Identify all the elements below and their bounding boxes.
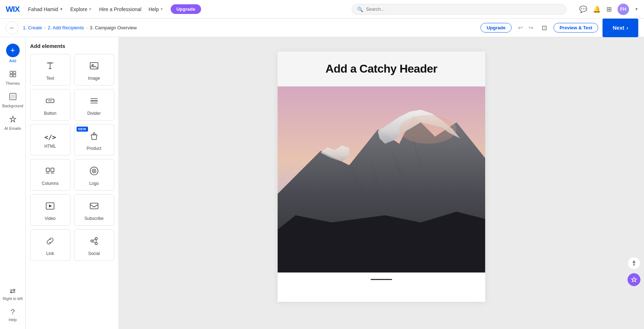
element-card-video[interactable]: Video [30, 194, 70, 226]
user-menu[interactable]: Fahad Hamid ▼ [28, 6, 63, 12]
themes-label: Themes [6, 81, 20, 85]
element-card-product[interactable]: NEW Product [74, 124, 114, 156]
subscribe-element-icon [89, 201, 99, 213]
svg-point-22 [95, 237, 97, 240]
element-card-html[interactable]: </> HTML [30, 124, 70, 156]
accessibility-icon[interactable] [628, 257, 640, 270]
chat-icon[interactable]: 💬 [579, 5, 587, 13]
element-card-button[interactable]: Button [30, 89, 70, 121]
svg-rect-14 [51, 168, 54, 172]
user-chevron-icon: ▼ [60, 7, 63, 11]
email-image-section [278, 87, 485, 272]
upgrade-button-nav[interactable]: Upgrade [171, 4, 201, 14]
sidebar-item-add[interactable]: + Add [0, 40, 25, 67]
help-nav[interactable]: Help ▼ [148, 6, 164, 12]
next-button[interactable]: Next › [602, 19, 638, 37]
subscribe-element-label: Subscribe [84, 216, 103, 221]
svg-marker-38 [278, 212, 485, 272]
element-card-divider[interactable]: Divider [74, 89, 114, 121]
svg-point-18 [93, 170, 95, 172]
product-element-icon [89, 131, 99, 143]
element-card-subscribe[interactable]: Subscribe [74, 194, 114, 226]
breadcrumb-step3[interactable]: 3. Campaign Overview [90, 25, 137, 30]
html-element-label: HTML [44, 144, 56, 149]
wix-logo: WIX [6, 5, 20, 14]
sidebar-item-background[interactable]: Background [0, 89, 25, 112]
search-input[interactable] [366, 6, 561, 12]
sidebar-item-help[interactable]: ? Help [0, 304, 25, 325]
svg-rect-21 [90, 203, 98, 209]
svg-line-26 [93, 242, 95, 243]
toolbar: ← 1. Create › 2. Add Recipients › 3. Cam… [0, 19, 644, 37]
rtl-label: Right to left [3, 296, 23, 301]
nav-icons: 💬 🔔 ⊞ FH ▼ [579, 4, 638, 15]
svg-marker-20 [49, 205, 52, 207]
new-badge: NEW [77, 127, 88, 132]
breadcrumb-sep1: › [44, 25, 45, 30]
back-button[interactable]: ← [6, 21, 19, 34]
add-circle-icon: + [6, 44, 20, 57]
element-card-link[interactable]: Link [30, 229, 70, 261]
avatar-chevron-icon[interactable]: ▼ [635, 7, 638, 11]
video-element-icon [45, 201, 55, 213]
elements-panel: Add elements Text [26, 37, 119, 329]
product-element-label: Product [87, 146, 101, 151]
element-card-text[interactable]: Text [30, 54, 70, 85]
breadcrumb-step1[interactable]: 1. Create [23, 25, 42, 30]
svg-rect-1 [13, 71, 16, 74]
link-element-icon [45, 236, 55, 248]
image-element-label: Image [88, 76, 100, 81]
canvas-area: Add a Catchy Header [119, 37, 644, 329]
mountain-image [278, 87, 485, 272]
back-icon: ← [9, 25, 15, 31]
element-card-image[interactable]: Image [74, 54, 114, 85]
explore-nav[interactable]: Explore ▼ [70, 6, 92, 12]
top-nav: WIX Fahad Hamid ▼ Explore ▼ Hire a Profe… [0, 0, 644, 19]
breadcrumb-sep2: › [86, 25, 88, 30]
element-card-social[interactable]: Social [74, 229, 114, 261]
svg-line-25 [93, 239, 95, 241]
bell-icon[interactable]: 🔔 [593, 5, 601, 13]
grid-icon[interactable]: ⊞ [606, 5, 612, 13]
search-bar[interactable]: 🔍 [352, 4, 566, 15]
email-divider-line [371, 279, 392, 280]
sidebar-item-ai-emails[interactable]: AI Emails [0, 112, 25, 134]
avatar[interactable]: FH [618, 4, 629, 15]
columns-element-label: Columns [42, 181, 59, 186]
user-name: Fahad Hamid [28, 6, 58, 12]
help-chevron-icon: ▼ [160, 7, 164, 11]
element-card-columns[interactable]: Columns [30, 159, 70, 191]
split-view-button[interactable]: ⊡ [540, 23, 549, 33]
button-element-icon [45, 96, 55, 108]
elements-panel-title: Add elements [30, 43, 114, 49]
email-header-text: Add a Catchy Header [292, 62, 471, 75]
next-chevron-icon: › [626, 25, 628, 31]
elements-grid: Text Image [30, 54, 114, 261]
ai-assistant-icon[interactable] [628, 273, 640, 286]
background-label: Background [2, 104, 23, 108]
undo-button[interactable]: ↩ [516, 23, 525, 33]
upgrade-button-toolbar[interactable]: Upgrade [480, 23, 512, 33]
text-element-label: Text [46, 76, 54, 81]
preview-test-button[interactable]: Preview & Test [553, 23, 599, 33]
text-element-icon [45, 61, 55, 73]
breadcrumb: 1. Create › 2. Add Recipients › 3. Campa… [23, 25, 137, 30]
hire-professional-nav[interactable]: Hire a Professional [99, 6, 141, 12]
sidebar-item-themes[interactable]: Themes [0, 67, 25, 89]
svg-point-24 [95, 242, 97, 245]
divider-element-icon [89, 96, 99, 108]
element-card-logo[interactable]: Logo [74, 159, 114, 191]
explore-chevron-icon: ▼ [88, 7, 92, 11]
svg-marker-27 [95, 240, 97, 242]
sidebar-item-rtl[interactable]: ⇄ Right to left [0, 283, 25, 304]
svg-rect-2 [10, 74, 13, 77]
canvas-helpers [628, 257, 640, 286]
email-canvas: Add a Catchy Header [278, 51, 485, 302]
redo-button[interactable]: ↪ [526, 23, 535, 33]
sidebar-add-label: Add [9, 59, 16, 63]
ai-emails-icon [9, 115, 17, 125]
sidebar-bottom: ⇄ Right to left ? Help [0, 283, 25, 329]
breadcrumb-step2[interactable]: 2. Add Recipients [48, 25, 84, 30]
button-element-label: Button [44, 111, 57, 116]
html-element-icon: </> [44, 133, 56, 141]
